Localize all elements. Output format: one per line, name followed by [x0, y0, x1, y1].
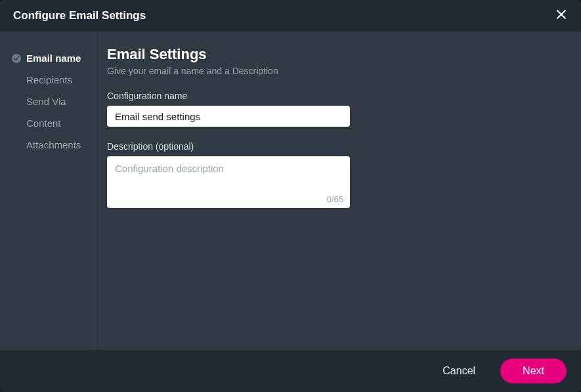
step-label: Recipients: [26, 74, 72, 85]
description-wrap: 0/65: [107, 156, 350, 208]
configure-email-modal: Configure Email Settings Email name: [0, 0, 581, 392]
modal-header: Configure Email Settings: [0, 0, 581, 32]
char-counter: 0/65: [107, 194, 350, 208]
section-subtitle: Give your email a name and a Description: [107, 66, 563, 76]
config-name-field: Configuration name: [107, 91, 563, 127]
step-attachments[interactable]: Attachments: [7, 134, 95, 156]
check-circle-icon: [12, 54, 21, 63]
step-label: Content: [26, 118, 61, 129]
config-name-input[interactable]: [107, 106, 350, 127]
step-label: Send Via: [26, 96, 66, 107]
description-label: Description (optional): [107, 141, 563, 152]
close-icon: [555, 8, 568, 24]
wizard-sidebar: Email name Recipients Send Via Content A…: [0, 32, 95, 350]
description-input[interactable]: [107, 156, 350, 194]
main-content: Email Settings Give your email a name an…: [95, 32, 581, 350]
step-label: Attachments: [26, 139, 81, 150]
next-button[interactable]: Next: [500, 359, 567, 383]
cancel-button[interactable]: Cancel: [436, 360, 482, 382]
step-label: Email name: [26, 53, 81, 64]
modal-footer: Cancel Next: [0, 350, 581, 392]
modal-body: Email name Recipients Send Via Content A…: [0, 32, 581, 350]
description-field: Description (optional) 0/65: [107, 141, 563, 208]
config-name-label: Configuration name: [107, 91, 563, 101]
step-recipients[interactable]: Recipients: [7, 69, 95, 91]
modal-title: Configure Email Settings: [13, 9, 146, 22]
section-heading: Email Settings: [107, 46, 563, 63]
step-content[interactable]: Content: [7, 112, 95, 134]
close-button[interactable]: [552, 7, 570, 25]
step-send-via[interactable]: Send Via: [7, 91, 95, 112]
step-email-name[interactable]: Email name: [7, 47, 95, 69]
